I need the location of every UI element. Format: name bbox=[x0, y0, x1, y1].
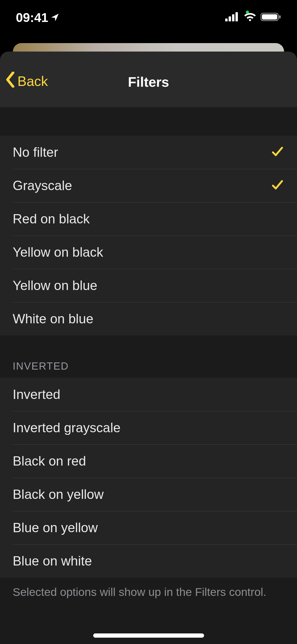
filter-row-black-on-yellow[interactable]: Black on yellow bbox=[0, 478, 297, 511]
filter-row-blue-on-yellow[interactable]: Blue on yellow bbox=[0, 511, 297, 544]
row-label: Yellow on black bbox=[13, 245, 103, 260]
status-bar: 09:41 bbox=[0, 0, 297, 35]
filter-row-white-on-blue[interactable]: White on blue bbox=[0, 302, 297, 335]
svg-rect-6 bbox=[232, 21, 234, 22]
cellular-signal-icon bbox=[225, 12, 239, 23]
battery-icon bbox=[261, 12, 281, 23]
chevron-left-icon bbox=[5, 72, 17, 91]
status-right-icons bbox=[225, 12, 281, 23]
row-label: White on blue bbox=[13, 311, 93, 326]
svg-rect-9 bbox=[262, 14, 277, 20]
status-time: 09:41 bbox=[16, 10, 48, 25]
filter-row-yellow-on-black[interactable]: Yellow on black bbox=[0, 236, 297, 269]
checkmark-icon bbox=[271, 145, 284, 160]
row-label: Grayscale bbox=[13, 178, 72, 193]
location-arrow-icon bbox=[50, 10, 59, 25]
footer-description: Selected options will show up in the Fil… bbox=[0, 578, 297, 606]
home-indicator[interactable] bbox=[93, 633, 204, 638]
content-scroll[interactable]: No filter Grayscale Red on black Yellow … bbox=[0, 107, 297, 644]
modal-sheet: Back Filters No filter Grayscale Red on … bbox=[0, 52, 297, 644]
svg-rect-4 bbox=[225, 21, 228, 22]
svg-rect-3 bbox=[235, 12, 238, 22]
row-label: Blue on yellow bbox=[13, 520, 98, 535]
section-header-inverted: INVERTED bbox=[0, 335, 297, 378]
navigation-bar: Back Filters bbox=[0, 52, 297, 107]
status-time-group: 09:41 bbox=[16, 10, 59, 25]
filter-row-red-on-black[interactable]: Red on black bbox=[0, 202, 297, 236]
filter-row-inverted-grayscale[interactable]: Inverted grayscale bbox=[0, 411, 297, 444]
filter-row-grayscale[interactable]: Grayscale bbox=[0, 169, 297, 202]
back-button[interactable]: Back bbox=[5, 72, 48, 91]
camera-indicator-dot bbox=[246, 11, 249, 14]
section-gap bbox=[0, 107, 297, 136]
filter-row-no-filter[interactable]: No filter bbox=[0, 136, 297, 169]
row-label: Inverted grayscale bbox=[13, 420, 121, 435]
row-label: Black on red bbox=[13, 453, 86, 469]
svg-rect-10 bbox=[279, 15, 281, 19]
filter-row-blue-on-white[interactable]: Blue on white bbox=[0, 544, 297, 578]
row-label: Blue on white bbox=[13, 553, 92, 569]
filter-row-inverted[interactable]: Inverted bbox=[0, 378, 297, 411]
row-label: Red on black bbox=[13, 211, 90, 227]
svg-rect-1 bbox=[229, 16, 231, 22]
wifi-icon bbox=[244, 12, 256, 23]
svg-rect-2 bbox=[232, 14, 234, 22]
row-label: No filter bbox=[13, 145, 58, 160]
back-label: Back bbox=[17, 73, 48, 89]
checkmark-icon bbox=[271, 178, 284, 193]
svg-rect-5 bbox=[229, 21, 231, 22]
filter-row-yellow-on-blue[interactable]: Yellow on blue bbox=[0, 269, 297, 302]
row-label: Yellow on blue bbox=[13, 278, 97, 293]
svg-rect-7 bbox=[235, 21, 238, 22]
filter-row-black-on-red[interactable]: Black on red bbox=[0, 444, 297, 478]
row-label: Black on yellow bbox=[13, 487, 104, 502]
row-label: Inverted bbox=[13, 387, 60, 402]
